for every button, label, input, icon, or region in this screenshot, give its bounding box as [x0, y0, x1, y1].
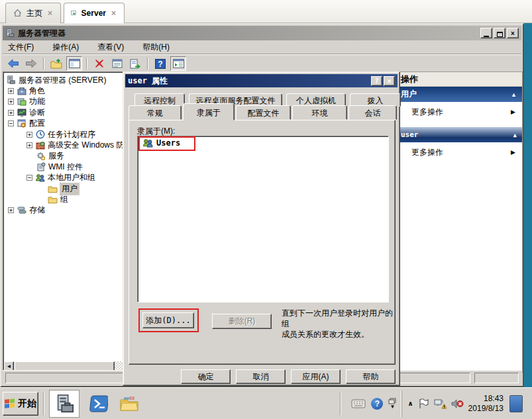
start-button[interactable]: 开始 [3, 392, 38, 416]
add-button[interactable]: 添加(D)... [142, 312, 194, 328]
tray-area: ? ▼ ∧ 18:43 2019/8/13 [335, 391, 532, 417]
flag-icon[interactable] [418, 398, 429, 409]
toolbar-separator [86, 58, 87, 70]
show-window-icon[interactable] [170, 56, 186, 71]
taskbar-powershell-button[interactable] [87, 392, 110, 416]
remove-button[interactable]: 删除(R) [212, 314, 272, 329]
tree-item-task-scheduler[interactable]: + 任务计划程序 [5, 129, 123, 140]
diagnostics-icon [17, 108, 27, 117]
actions-more-users[interactable]: 更多操作 ▶ [396, 102, 522, 122]
cancel-button[interactable]: 取消 [236, 369, 286, 384]
member-of-listbox[interactable]: Users [137, 136, 389, 303]
tab-environment[interactable]: 环境 [292, 105, 347, 120]
server-manager-icon [54, 394, 74, 414]
tab-general[interactable]: 常规 [129, 105, 182, 120]
tree-item-label: 组 [60, 194, 68, 205]
apply-button[interactable]: 应用(A) [291, 369, 341, 384]
menu-view[interactable]: 查看(V) [96, 40, 125, 54]
tab-home[interactable]: 主页 × [5, 3, 61, 23]
restore-tray-icon[interactable]: ▼ [388, 398, 396, 410]
hidden-icons-chevron[interactable]: ∧ [407, 400, 413, 407]
console-tree-icon[interactable] [66, 56, 82, 71]
tree-item-groups[interactable]: 组 [5, 194, 123, 205]
tree-item-features[interactable]: + 功能 [5, 97, 123, 107]
dialog-close-icon[interactable]: × [384, 76, 395, 86]
collapse-icon[interactable]: − [27, 175, 32, 181]
close-button[interactable]: × [507, 28, 519, 38]
forward-icon[interactable] [23, 56, 39, 71]
tree-item-services[interactable]: 服务 [5, 151, 123, 162]
actions-section-users-header[interactable]: 用户 ▲ [396, 87, 522, 102]
keyboard-icon[interactable] [351, 399, 366, 408]
tree-item-firewall[interactable]: + 高级安全 Windows 防 [5, 140, 123, 150]
minimize-button[interactable] [480, 28, 492, 38]
menu-action[interactable]: 操作(A) [51, 40, 80, 54]
tree-item-label: 角色 [29, 85, 45, 97]
actions-section-label: user [401, 130, 419, 139]
tab-member-of[interactable]: 隶属于 [183, 103, 235, 120]
expand-icon[interactable]: + [8, 99, 14, 105]
taskbar-server-manager-button[interactable] [49, 390, 80, 418]
tree-item-label: 高级安全 Windows 防 [48, 140, 124, 151]
properties-icon[interactable] [109, 56, 125, 71]
network-warning-icon[interactable] [434, 398, 447, 409]
tree-item-local-users-groups[interactable]: − 本地用户和组 [5, 173, 123, 183]
tab-server[interactable]: Server × [64, 3, 125, 23]
collapse-icon[interactable]: − [8, 120, 14, 126]
member-list-item[interactable]: Users [138, 136, 388, 150]
screen: 主页 × Server × 服务器管理器 × 文件(F) 操作(A) 查看(V)… [0, 0, 532, 419]
folder-icon [119, 396, 139, 412]
menu-bar: 文件(F) 操作(A) 查看(V) 帮助(H) [3, 40, 521, 55]
expand-icon[interactable]: + [8, 88, 14, 94]
expand-icon[interactable]: + [27, 142, 32, 148]
help-button[interactable]: 帮助 [346, 369, 396, 384]
help-tray-icon[interactable]: ? [371, 398, 383, 410]
volume-muted-icon[interactable] [451, 398, 464, 409]
tab-dial-in[interactable]: 拨入 [350, 93, 401, 107]
tree-item-storage[interactable]: + 存储 [5, 205, 123, 216]
tree-item-diagnostics[interactable]: + 诊断 [5, 107, 123, 118]
tree-item-wmi-control[interactable]: WMI 控件 [5, 162, 123, 172]
taskbar-explorer-button[interactable] [118, 392, 140, 416]
collapse-arrow-icon[interactable]: ▲ [511, 91, 517, 98]
more-actions-label: 更多操作 [411, 147, 443, 158]
dialog-titlebar[interactable]: user 属性 ? × [125, 74, 398, 87]
console-tree: 服务器管理器 (SERVER) + 角色 + 功能 + 诊断 [5, 75, 123, 216]
tree-item-label: 服务 [48, 150, 64, 162]
tab-server-close-icon[interactable]: × [110, 9, 117, 18]
export-list-icon[interactable] [127, 56, 143, 71]
server-manager-icon [5, 28, 15, 38]
actions-section-label: 用户 [401, 89, 417, 100]
actions-more-user[interactable]: 更多操作 ▶ [396, 142, 522, 162]
back-icon[interactable] [5, 56, 21, 71]
expand-icon[interactable]: + [8, 110, 14, 116]
collapse-arrow-icon[interactable]: ▲ [513, 132, 517, 138]
tree-item-roles[interactable]: + 角色 [5, 85, 123, 96]
tree-item-configuration[interactable]: − 配置 [5, 118, 123, 129]
tab-home-close-icon[interactable]: × [46, 9, 54, 18]
tree-root-server-manager[interactable]: 服务器管理器 (SERVER) [5, 75, 123, 85]
tab-remote-control[interactable]: 远程控制 [134, 93, 185, 107]
tree-item-label: 本地用户和组 [48, 172, 95, 183]
help-icon[interactable]: ? [152, 56, 168, 71]
tree-item-users[interactable]: 用户 [5, 183, 123, 194]
show-desktop-button[interactable] [509, 395, 523, 412]
ok-button[interactable]: 确定 [181, 369, 231, 384]
menu-help[interactable]: 帮助(H) [141, 40, 171, 54]
tab-profile[interactable]: 配置文件 [236, 105, 291, 120]
powershell-icon [89, 395, 108, 412]
status-pane [474, 373, 519, 383]
actions-section-user-header[interactable]: user ▲ [396, 127, 522, 142]
expand-icon[interactable]: + [27, 132, 32, 138]
dialog-help-icon[interactable]: ? [371, 76, 382, 86]
taskbar-clock[interactable]: 18:43 2019/8/13 [468, 394, 504, 414]
expand-icon[interactable]: + [8, 207, 14, 213]
window-titlebar[interactable]: 服务器管理器 × [3, 26, 521, 40]
tab-sessions[interactable]: 会话 [348, 105, 397, 120]
folder-up-icon[interactable] [48, 56, 64, 71]
menu-file[interactable]: 文件(F) [7, 40, 35, 54]
delete-icon[interactable] [91, 56, 107, 71]
tab-personal-vm[interactable]: 个人虚拟机 [286, 93, 346, 107]
maximize-button[interactable] [494, 28, 505, 38]
dialog-tab-row-back: 远程控制 远程桌面服务配置文件 个人虚拟机 拨入 [134, 93, 401, 107]
